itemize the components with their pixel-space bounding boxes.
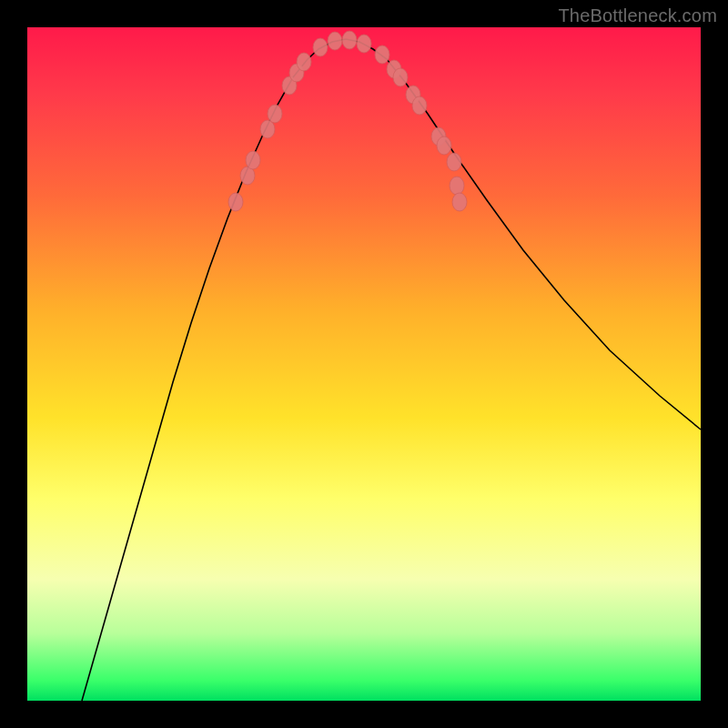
marker-group xyxy=(228,31,467,211)
marker-dot xyxy=(246,151,260,169)
marker-dot xyxy=(375,46,389,64)
marker-dot xyxy=(313,38,328,56)
marker-dot xyxy=(393,68,408,86)
marker-dot xyxy=(228,193,243,211)
marker-dot xyxy=(450,177,464,195)
plot-area xyxy=(27,27,701,701)
curve-group xyxy=(82,39,701,701)
marker-dot xyxy=(437,136,451,155)
plot-svg xyxy=(27,27,701,701)
watermark-text: TheBottleneck.com xyxy=(558,5,717,26)
marker-dot xyxy=(268,105,282,123)
chart-frame: TheBottleneck.com xyxy=(0,0,728,728)
marker-dot xyxy=(357,35,371,53)
bottleneck-curve xyxy=(82,39,701,701)
marker-dot xyxy=(328,32,342,50)
marker-dot xyxy=(260,120,275,138)
marker-dot xyxy=(342,31,357,49)
marker-dot xyxy=(447,153,461,171)
marker-dot xyxy=(412,96,427,115)
marker-dot xyxy=(452,193,467,211)
marker-dot xyxy=(297,53,311,71)
